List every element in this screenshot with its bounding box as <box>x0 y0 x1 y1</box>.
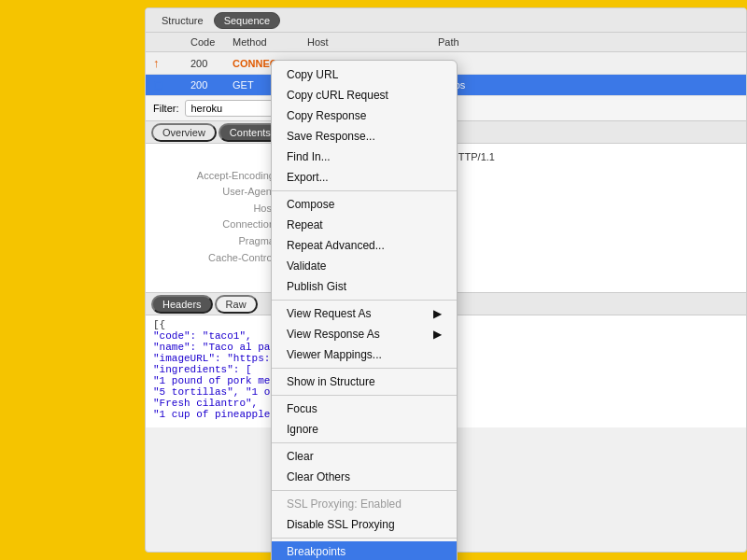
tab-structure[interactable]: Structure <box>151 12 214 29</box>
menu-find-in[interactable]: Find In... <box>272 147 457 167</box>
label-host: Host <box>153 201 275 217</box>
menu-copy-curl[interactable]: Copy cURL Request <box>272 85 457 105</box>
menu-viewer-mappings[interactable]: Viewer Mappings... <box>272 344 457 365</box>
separator-5 <box>272 442 457 443</box>
menu-view-response-as[interactable]: View Response As ▶ <box>272 324 457 344</box>
separator-7 <box>272 538 457 539</box>
menu-export[interactable]: Export... <box>272 167 457 188</box>
col-code: Code <box>187 35 229 49</box>
menu-repeat-advanced[interactable]: Repeat Advanced... <box>272 235 457 256</box>
menu-save-response[interactable]: Save Response... <box>272 126 457 147</box>
submenu-arrow: ▶ <box>433 328 442 341</box>
tab-overview[interactable]: Overview <box>151 123 217 142</box>
tab-sequence[interactable]: Sequence <box>214 12 281 29</box>
separator-4 <box>272 395 457 396</box>
row-code: 200 <box>187 56 229 71</box>
top-tab-bar: Structure Sequence <box>146 8 746 33</box>
row-path: /tacos <box>434 77 742 92</box>
menu-breakpoints[interactable]: Breakpoints <box>272 541 457 560</box>
menu-view-request-as[interactable]: View Request As ▶ <box>272 303 457 324</box>
menu-clear-others[interactable]: Clear Others <box>272 467 457 487</box>
submenu-arrow: ▶ <box>433 307 442 320</box>
col-method: Method <box>229 35 303 49</box>
menu-ignore[interactable]: Ignore <box>272 419 457 440</box>
col-icon <box>149 35 187 49</box>
col-path: Path <box>434 35 742 49</box>
menu-disable-ssl-proxying[interactable]: Disable SSL Proxying <box>272 514 457 535</box>
label-user-agent: User-Agent <box>153 184 275 201</box>
col-host: Host <box>303 35 434 49</box>
label-cache-control: Cache-Control <box>153 250 275 267</box>
separator-1 <box>272 190 457 191</box>
context-menu: Copy URL Copy cURL Request Copy Response… <box>271 60 458 560</box>
separator-6 <box>272 490 457 491</box>
menu-focus[interactable]: Focus <box>272 399 457 419</box>
tab-raw[interactable]: Raw <box>215 295 258 314</box>
menu-repeat[interactable]: Repeat <box>272 215 457 235</box>
label-pragma: Pragma <box>153 233 275 250</box>
separator-2 <box>272 300 457 301</box>
row-icon: ▣ <box>149 77 187 93</box>
menu-compose[interactable]: Compose <box>272 194 457 215</box>
menu-validate[interactable]: Validate <box>272 256 457 276</box>
menu-view-response-as-label: View Response As <box>287 328 380 341</box>
row-path <box>434 62 742 65</box>
table-header: Code Method Host Path <box>146 33 746 52</box>
menu-publish-gist[interactable]: Publish Gist <box>272 276 457 297</box>
separator-3 <box>272 368 457 369</box>
filter-label: Filter: <box>153 103 179 114</box>
menu-clear[interactable]: Clear <box>272 446 457 467</box>
tab-headers[interactable]: Headers <box>151 295 213 314</box>
menu-show-in-structure[interactable]: Show in Structure <box>272 371 457 392</box>
row-code: 200 <box>187 77 229 92</box>
menu-view-request-as-label: View Request As <box>287 307 372 320</box>
label-connection: Connection <box>153 217 275 233</box>
menu-ssl-proxying-enabled: SSL Proxying: Enabled <box>272 494 457 514</box>
menu-copy-response[interactable]: Copy Response <box>272 105 457 126</box>
label-accept-encoding: Accept-Encoding <box>153 168 275 185</box>
menu-copy-url[interactable]: Copy URL <box>272 64 457 85</box>
row-icon: ↑ <box>149 54 187 72</box>
filter-input[interactable] <box>185 100 278 117</box>
